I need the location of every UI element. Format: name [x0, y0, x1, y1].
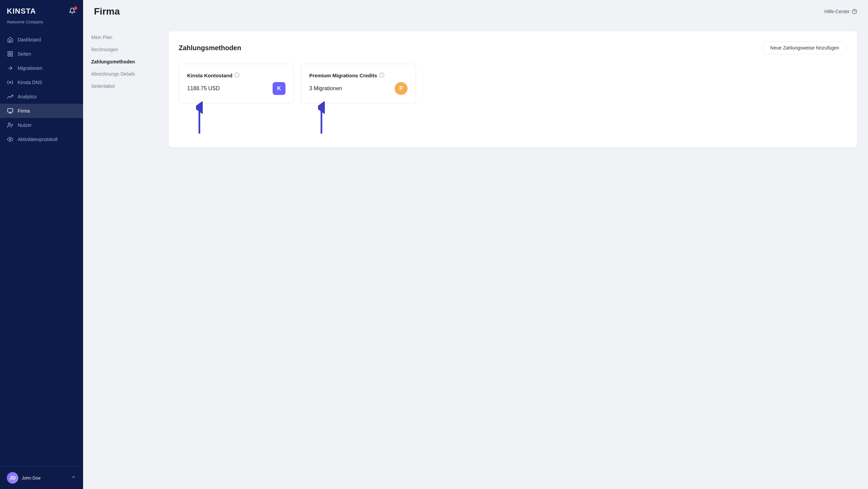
svg-rect-0	[8, 52, 9, 53]
notification-bell[interactable]	[69, 7, 76, 15]
chevron-up-icon	[71, 474, 76, 481]
sidebar-item-nutzer[interactable]: Nutzer	[0, 118, 83, 132]
arrow-migrations	[318, 101, 325, 135]
sub-nav-seitenlabel[interactable]: Seitenlabel	[83, 80, 158, 92]
company-name: Awesome Company	[0, 20, 83, 30]
sidebar-item-label: Dashboard	[18, 37, 41, 42]
avatar: JD	[7, 472, 18, 484]
sidebar-item-label: Firma	[18, 108, 30, 114]
page-title: Firma	[94, 6, 120, 17]
user-info: JD John Doe	[7, 472, 41, 484]
sidebar-item-seiten[interactable]: Seiten	[0, 47, 83, 61]
home-icon	[7, 36, 14, 43]
kontostand-header: Kinsta Kontostand	[187, 72, 285, 79]
migration-icon	[7, 65, 14, 72]
sub-nav-zahlungsmethoden[interactable]: Zahlungsmethoden	[83, 56, 158, 68]
sidebar-item-dashboard[interactable]: Dashboard	[0, 33, 83, 47]
p-badge: P	[395, 82, 408, 95]
k-badge: K	[273, 82, 285, 95]
kontostand-value: 1188.75 USD	[187, 85, 220, 92]
firma-icon	[7, 107, 14, 114]
sidebar-header: KINSTA	[0, 0, 83, 20]
kontostand-info-icon[interactable]	[234, 72, 240, 79]
sidebar-item-label: Seiten	[18, 51, 31, 57]
main-panel: Zahlungsmethoden Neue Zahlungsweise hinz…	[158, 23, 868, 489]
hilfe-center-link[interactable]: Hilfe-Center	[824, 9, 857, 14]
notification-badge	[74, 6, 77, 10]
sidebar-item-label: Aktivitätenprotokoll	[18, 137, 58, 142]
sub-nav-rechnungen[interactable]: Rechnungen	[83, 43, 158, 56]
grid-icon	[7, 51, 14, 57]
kinsta-logo: KINSTA	[7, 7, 36, 16]
kontostand-title: Kinsta Kontostand	[187, 72, 240, 79]
svg-rect-6	[8, 109, 13, 112]
add-payment-button[interactable]: Neue Zahlungsweise hinzufügen	[763, 41, 847, 54]
svg-rect-2	[8, 55, 9, 56]
arrow-spacer	[179, 103, 847, 137]
svg-point-12	[9, 139, 11, 140]
sidebar-item-aktivitaet[interactable]: Aktivitätenprotokoll	[0, 132, 83, 146]
eye-icon	[7, 136, 14, 143]
sidebar-item-label: Nutzer	[18, 122, 32, 128]
sidebar-nav: Dashboard Seiten Migrationen Kinsta DNS	[0, 30, 83, 466]
arrow-kontostand	[196, 101, 203, 135]
svg-rect-3	[11, 55, 13, 56]
sidebar-item-label: Migrationen	[18, 65, 42, 71]
payment-methods-card: Zahlungsmethoden Neue Zahlungsweise hinz…	[169, 31, 857, 148]
sidebar-item-analytics[interactable]: Analytics	[0, 90, 83, 104]
svg-rect-1	[11, 52, 13, 53]
user-menu[interactable]: JD John Doe	[0, 466, 83, 489]
payment-cards: Kinsta Kontostand 1188.75 USD K	[179, 64, 847, 103]
migrations-title: Premium Migrations Credits	[309, 72, 384, 79]
user-name: John Doe	[22, 475, 41, 481]
sub-nav-mein-plan[interactable]: Mein Plan	[83, 31, 158, 43]
sidebar-item-label: Analytics	[18, 94, 37, 99]
sidebar-item-label: Kinsta DNS	[18, 80, 42, 85]
kontostand-body: 1188.75 USD K	[187, 82, 285, 95]
sidebar: KINSTA Awesome Company Dashboard Seiten	[0, 0, 83, 489]
card-header: Zahlungsmethoden Neue Zahlungsweise hinz…	[179, 41, 847, 54]
payment-card-migrations: Premium Migrations Credits 3 Migrationen…	[301, 64, 416, 103]
sidebar-item-firma[interactable]: Firma	[0, 104, 83, 118]
migrations-body: 3 Migrationen P	[309, 82, 408, 95]
sidebar-item-kinsta-dns[interactable]: Kinsta DNS	[0, 75, 83, 90]
user-plus-icon	[7, 122, 14, 129]
sub-sidebar: Mein Plan Rechnungen Zahlungsmethoden Ab…	[83, 23, 158, 489]
migrations-header: Premium Migrations Credits	[309, 72, 408, 79]
dns-icon	[7, 79, 14, 86]
payment-card-kontostand: Kinsta Kontostand 1188.75 USD K	[179, 64, 294, 103]
content-area: Mein Plan Rechnungen Zahlungsmethoden Ab…	[83, 23, 868, 489]
sidebar-item-migrationen[interactable]: Migrationen	[0, 61, 83, 75]
main-area: Firma Hilfe-Center Mein Plan Rechnungen …	[83, 0, 868, 489]
payment-cards-wrapper: Kinsta Kontostand 1188.75 USD K	[179, 64, 847, 137]
trending-up-icon	[7, 93, 14, 100]
migrations-info-icon[interactable]	[379, 72, 384, 79]
svg-point-9	[8, 123, 10, 125]
topbar: Firma Hilfe-Center	[83, 0, 868, 23]
section-title: Zahlungsmethoden	[179, 44, 241, 52]
sub-nav-abrechnungs-details[interactable]: Abrechnungs Details	[83, 68, 158, 80]
svg-point-5	[9, 82, 11, 83]
migrations-value: 3 Migrationen	[309, 85, 342, 92]
